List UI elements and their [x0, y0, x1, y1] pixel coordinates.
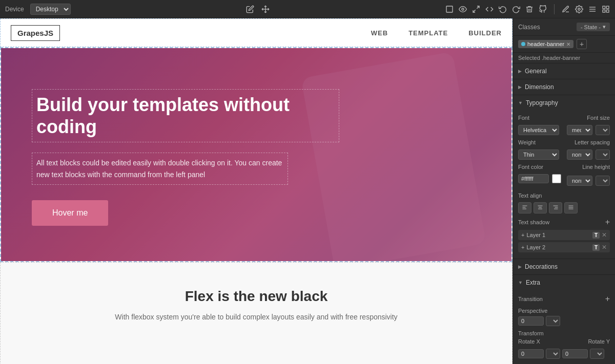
toolbar-center	[246, 5, 270, 13]
shadow-layer-1-left: + Layer 1	[521, 232, 545, 238]
selected-class: .header-banner	[542, 55, 580, 61]
shadow-layer-1-name: Layer 1	[526, 232, 545, 238]
weight-select[interactable]: Thin Normal Bold	[518, 149, 559, 160]
tag-add-button[interactable]: +	[577, 39, 587, 49]
rotate-xy-labels: Rotate X Rotate Y	[518, 338, 610, 345]
svg-rect-11	[606, 6, 609, 9]
panel-section-dimension: ▶ Dimension	[513, 79, 615, 95]
fontcolor-lineheight-labels: Font color Line height	[518, 164, 610, 170]
letter-spacing-unit[interactable]: px em	[596, 149, 610, 160]
nav-link-template[interactable]: TEMPLATE	[408, 29, 448, 37]
undo-icon[interactable]	[499, 5, 507, 13]
rotate-y-unit[interactable]: deg rad	[590, 349, 604, 359]
trash-icon[interactable]	[525, 5, 534, 13]
perspective-unit[interactable]: px em	[546, 316, 560, 326]
font-color-swatch[interactable]	[552, 174, 561, 183]
frame-icon[interactable]	[445, 5, 454, 13]
toolbar-right	[445, 4, 610, 14]
panel-tags-row: header-banner ✕ +	[513, 36, 615, 53]
hero-subtitle[interactable]: All text blocks could be edited easily w…	[32, 153, 288, 185]
decorations-section-header[interactable]: ▶ Decorations	[513, 259, 615, 274]
tag-close-button[interactable]: ✕	[566, 41, 570, 47]
rotate-x-input[interactable]	[518, 349, 544, 358]
line-height-unit[interactable]: px em	[596, 176, 610, 186]
shadow-layer-1-remove-button[interactable]: ✕	[602, 231, 607, 239]
typography-arrow: ▼	[518, 100, 523, 105]
site-preview: GrapesJS WEB TEMPLATE BUILDER Build your…	[0, 18, 512, 364]
font-size-select[interactable]: medium small large	[567, 125, 592, 135]
align-center-button[interactable]	[534, 202, 547, 213]
letter-spacing-select[interactable]: normal 1px 2px	[567, 149, 592, 160]
align-left-button[interactable]	[518, 202, 531, 213]
code-icon[interactable]	[485, 5, 494, 13]
font-fontsize-row: Font Font size	[518, 115, 610, 121]
fullscreen-icon[interactable]	[472, 5, 480, 13]
line-height-select[interactable]: normal 1.5 2	[567, 176, 592, 186]
weight-letterspacing-inputs: Thin Normal Bold normal 1px 2px px em	[518, 149, 610, 160]
align-right-button[interactable]	[549, 202, 562, 213]
nav-link-builder[interactable]: BUILDER	[468, 29, 502, 37]
hero-title[interactable]: Build your templates without coding	[32, 89, 339, 142]
decorations-arrow: ▶	[518, 264, 522, 269]
perspective-input[interactable]	[518, 316, 544, 326]
shadow-layer-2-add-icon: +	[521, 244, 524, 250]
shadow-layer-2-name: Layer 2	[526, 244, 545, 250]
font-select[interactable]: Helvetica Arial Georgia	[518, 125, 559, 135]
hero-button[interactable]: Hover me	[32, 200, 108, 226]
menu-icon[interactable]	[588, 5, 597, 13]
weight-letterspacing-labels: Weight Letter spacing	[518, 139, 610, 145]
line-height-pair: normal 1.5 2 px em	[567, 176, 610, 186]
panel-section-extra: ▼ Extra Transition + Perspective px e	[513, 275, 615, 364]
font-size-unit[interactable]: px em %	[596, 125, 610, 135]
flex-title[interactable]: Flex is the new black	[11, 288, 502, 305]
eye-icon[interactable]	[459, 5, 467, 13]
device-select[interactable]: Desktop Tablet Mobile	[30, 4, 71, 15]
font-size-pair: medium small large px em %	[567, 125, 610, 135]
font-color-row	[518, 174, 561, 183]
preview-nav-links: WEB TEMPLATE BUILDER	[371, 29, 502, 37]
rotate-y-input[interactable]	[562, 349, 588, 358]
canvas-area[interactable]: GrapesJS WEB TEMPLATE BUILDER Build your…	[0, 18, 512, 364]
dimension-arrow: ▶	[518, 84, 522, 90]
svg-line-5	[473, 10, 476, 12]
preview-flex-section: Flex is the new black With flexbox syste…	[0, 262, 512, 364]
shadow-layer-2-remove-button[interactable]: ✕	[602, 244, 607, 251]
shadow-layer-1-t-button[interactable]: T	[592, 232, 600, 239]
edit-icon[interactable]	[246, 5, 254, 13]
general-section-header[interactable]: ▶ General	[513, 63, 615, 79]
flex-subtitle[interactable]: With flexbox system you're able to build…	[11, 313, 502, 321]
font-color-label: Font color	[518, 164, 543, 170]
device-label: Device	[5, 6, 24, 13]
svg-line-4	[477, 6, 479, 9]
grid-icon[interactable]	[602, 5, 610, 13]
selected-label: Selected	[518, 55, 540, 61]
shadow-layer-2-t-button[interactable]: T	[592, 244, 600, 251]
pencil-panel-icon[interactable]	[562, 5, 570, 13]
nav-link-web[interactable]: WEB	[371, 29, 388, 37]
tag-dot	[521, 42, 525, 46]
state-dropdown[interactable]: - State - ▾	[577, 23, 610, 31]
font-color-input[interactable]	[518, 174, 549, 183]
classes-label: Classes	[518, 24, 540, 31]
github-icon[interactable]	[539, 5, 547, 13]
redo-icon[interactable]	[512, 5, 520, 13]
rotate-x-unit[interactable]: deg rad	[546, 349, 560, 359]
transition-label: Transition	[518, 296, 543, 302]
dimension-section-header[interactable]: ▶ Dimension	[513, 79, 615, 95]
state-chevron: ▾	[603, 24, 606, 30]
align-justify-button[interactable]	[564, 202, 578, 213]
general-arrow: ▶	[518, 69, 522, 74]
preview-logo: GrapesJS	[11, 25, 60, 41]
move-icon[interactable]	[261, 5, 270, 13]
top-toolbar: Device Desktop Tablet Mobile	[0, 0, 615, 18]
svg-rect-2	[446, 6, 453, 12]
preview-hero[interactable]: Build your templates without coding All …	[0, 47, 512, 262]
settings-icon[interactable]	[575, 5, 583, 13]
svg-point-3	[462, 8, 464, 10]
rotate-x-inputs: deg rad deg rad	[518, 349, 610, 359]
transition-add-button[interactable]: +	[605, 294, 610, 304]
extra-section-header[interactable]: ▼ Extra	[513, 275, 615, 290]
panel-tag-header-banner[interactable]: header-banner ✕	[518, 40, 573, 48]
typography-section-header[interactable]: ▼ Typography	[513, 95, 615, 111]
text-shadow-add-button[interactable]: +	[605, 218, 610, 227]
